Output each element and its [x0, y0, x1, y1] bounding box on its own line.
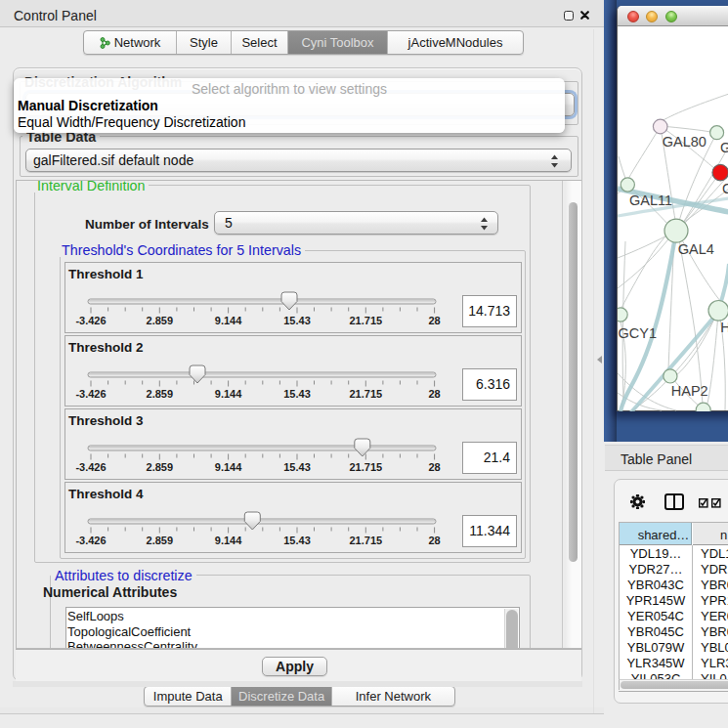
svg-text:-3.426: -3.426 — [75, 535, 106, 546]
svg-text:-3.426: -3.426 — [75, 461, 106, 473]
svg-text:15.43: 15.43 — [283, 461, 311, 473]
svg-text:21.715: 21.715 — [349, 535, 382, 546]
svg-text:15.43: 15.43 — [283, 315, 311, 326]
svg-text:2.859: 2.859 — [147, 535, 174, 546]
svg-text:GCY1: GCY1 — [619, 325, 658, 341]
svg-text:15.43: 15.43 — [283, 388, 311, 400]
svg-text:GAL4: GAL4 — [678, 241, 714, 257]
svg-text:-3.426: -3.426 — [75, 388, 106, 400]
svg-text:-3.426: -3.426 — [75, 315, 106, 326]
svg-text:28: 28 — [428, 535, 440, 546]
svg-text:GAL80: GAL80 — [663, 134, 707, 150]
svg-text:2.859: 2.859 — [147, 388, 174, 400]
svg-text:21.715: 21.715 — [349, 315, 382, 326]
svg-text:21.715: 21.715 — [349, 388, 382, 400]
svg-text:GA: GA — [720, 140, 728, 155]
svg-text:9.144: 9.144 — [215, 315, 242, 326]
svg-text:9.144: 9.144 — [215, 388, 242, 400]
svg-text:28: 28 — [428, 461, 440, 473]
svg-text:HAP2: HAP2 — [671, 383, 708, 399]
svg-text:C: C — [722, 181, 728, 196]
svg-text:9.144: 9.144 — [215, 461, 242, 473]
svg-text:2.859: 2.859 — [147, 315, 174, 326]
svg-text:9.144: 9.144 — [215, 535, 242, 546]
svg-text:21.715: 21.715 — [349, 461, 382, 473]
svg-text:28: 28 — [428, 388, 440, 400]
svg-text:GAL11: GAL11 — [629, 193, 672, 208]
svg-text:2.859: 2.859 — [147, 461, 174, 473]
svg-text:15.43: 15.43 — [283, 535, 311, 546]
svg-text:28: 28 — [428, 315, 440, 326]
svg-text:H: H — [720, 320, 728, 335]
